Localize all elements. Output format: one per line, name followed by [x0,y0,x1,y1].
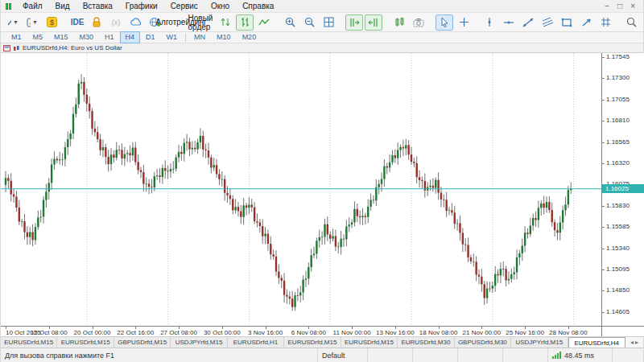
shift-chart-button[interactable] [345,14,363,31]
fibonacci-tool[interactable] [597,14,614,31]
chart-tab-EURUSDrfd,M15[interactable]: EURUSDrfd,M15 [284,337,341,348]
timeframe-W1[interactable]: W1 [161,31,184,43]
price-tick-label: 1.15830 [606,203,630,209]
timeframe-D1[interactable]: D1 [140,31,161,43]
timeframe-H1[interactable]: H1 [99,31,120,43]
chart-type-button[interactable]: ▼ [4,14,22,31]
price-axis[interactable]: 1.175451.173001.170551.168101.165651.163… [601,53,644,326]
price-tick-label: 1.16320 [606,160,630,167]
timeframe-MN[interactable]: MN [188,31,211,43]
status-help: Для вызова справки нажмите F1 [1,348,318,362]
menu-Файл[interactable]: Файл [16,0,49,12]
timeframe-M20[interactable]: M20 [237,31,262,43]
close-button[interactable]: × [630,0,635,12]
trendline-icon [522,18,534,27]
chart-tab-EURUSDrfd,H4[interactable]: EURUSDrfd,H4 [568,337,625,348]
crosshair-icon [459,17,469,27]
line-chart-mode-button[interactable] [255,14,273,31]
crosshair-button[interactable] [455,14,473,31]
chart-tab-USDJPYrfd,M15[interactable]: USDJPYrfd,M15 [171,337,227,348]
zigzag-icon [258,18,270,27]
chart-tab-GBPUSDrfd,M15[interactable]: GBPUSDrfd,M15 [114,337,171,348]
maximize-button[interactable]: □ [617,0,622,12]
trendline-tool[interactable] [519,14,537,31]
lock-button[interactable] [88,14,105,31]
time-tick-label: 30 Oct 00:00 [204,329,241,336]
status-cell-empty [368,348,413,362]
timeframe-M1[interactable]: M1 [6,31,27,43]
timeframe-bar: M1M5M15M30H1H4D1W1MNM10M20 [1,32,643,43]
new-order-label: Новый ордер [188,14,213,31]
minimize-button[interactable]: − [605,0,609,12]
shapes-tool[interactable] [558,14,576,31]
arrow-icon [581,18,592,27]
tab-scroll-right-icon[interactable]: ▸ [635,339,638,346]
vertical-line-tool[interactable] [481,14,498,31]
cloud-button[interactable] [126,14,144,31]
algo-trading-button[interactable]: Алготрейдинг [171,14,189,31]
auto-scroll-button[interactable] [365,14,382,31]
variables-icon: (x) [112,19,121,27]
overlap-charts-button[interactable] [390,14,408,31]
time-tick-label: 15 Oct 08:00 [31,329,68,336]
price-tick [602,57,605,58]
search-button[interactable] [622,14,640,31]
menu-Окно[interactable]: Окно [204,0,236,12]
timeframe-M15[interactable]: M15 [48,31,74,43]
rectangle-icon [561,18,572,27]
tile-windows-button[interactable] [320,14,337,31]
time-axis[interactable]: 10 Oct 202515 Oct 08:0020 Oct 00:0022 Oc… [1,326,601,336]
chart-tab-USDJPYrfd,M15[interactable]: USDJPYrfd,M15 [511,337,568,348]
arrow-tool[interactable] [577,14,595,31]
timeframe-separator [185,34,186,42]
timeframe-M30[interactable]: M30 [74,31,100,43]
timeframe-H4[interactable]: H4 [120,31,141,43]
ide-button[interactable]: IDE [68,14,86,31]
time-tick-label: 13 Nov 16:00 [376,329,415,336]
bar-chart-button[interactable] [236,14,254,31]
timeframe-M10[interactable]: M10 [211,31,237,43]
timeframe-M5[interactable]: M5 [27,31,49,43]
menu-Вставка[interactable]: Вставка [76,0,119,12]
horizontal-line-tool[interactable] [500,14,518,31]
status-profile[interactable]: Default [318,348,368,362]
chart-tab-EURUSDrfd,M15[interactable]: EURUSDrfd,M15 [1,337,57,348]
chart-tab-GBPUSDrfd,M30[interactable]: GBPUSDrfd,M30 [455,337,511,348]
tab-scroll-buttons[interactable]: ◂▸ [625,337,643,348]
time-tick-label: 21 Nov 00:00 [463,329,502,336]
status-latency[interactable]: 48.45 ms [548,348,613,362]
price-tick [602,227,605,228]
price-tick-label: 1.15585 [606,224,630,230]
profiles-button[interactable]: ▼ [23,14,41,31]
tick-chart-button[interactable] [217,14,234,31]
chart-canvas[interactable] [1,53,601,326]
time-tick-label: 20 Oct 00:00 [74,329,111,336]
menu-Справка[interactable]: Справка [236,0,280,12]
price-tick [602,78,605,79]
new-order-button[interactable]: Новый ордер [191,14,208,31]
menu-Вид[interactable]: Вид [49,0,76,12]
menu-Графики[interactable]: Графики [119,0,164,12]
channel-tool[interactable] [539,14,556,31]
variables-button[interactable]: (x) [107,14,125,31]
zoom-out-button[interactable] [300,14,318,31]
screenshot-button[interactable] [410,14,427,31]
price-tick-label: 1.17545 [606,54,630,60]
chart-window-titlebar[interactable]: EURUSDrfd,H4: Euro vs US Dollar [1,43,643,53]
price-tick-label: 1.17300 [606,75,630,81]
tab-scroll-left-icon[interactable]: ◂ [630,339,634,346]
menu-Сервис[interactable]: Сервис [164,0,204,12]
symbols-button[interactable]: $ [43,14,60,31]
cloud-icon [130,18,141,27]
chart-tab-EURUSDrfd,M30[interactable]: EURUSDrfd,M30 [398,337,454,348]
chart-tab-EURUSDrfd,M15[interactable]: EURUSDrfd,M15 [341,337,398,348]
lock-icon [92,17,101,27]
price-tick [602,206,605,207]
price-tick-label: 1.14850 [606,287,630,294]
cursor-button[interactable] [436,14,453,31]
price-tick-label: 1.14605 [606,309,630,315]
zoom-in-button[interactable] [281,14,299,31]
chart-tabs-bar: EURUSDrfd,M15EURUSDrfd,M15GBPUSDrfd,M15U… [1,336,643,348]
chart-tab-EURUSDrfd,M15[interactable]: EURUSDrfd,M15 [57,337,114,348]
chart-tab-EURUSDrfd,H1[interactable]: EURUSDrfd,H1 [228,337,284,348]
